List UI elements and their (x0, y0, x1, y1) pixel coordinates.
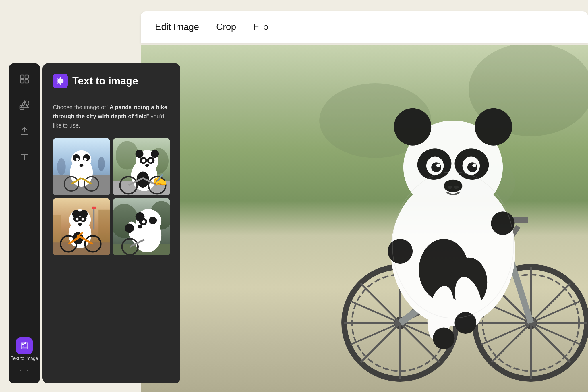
panel-description: Choose the image of "A panda riding a bi… (53, 103, 170, 130)
svg-point-51 (388, 239, 413, 264)
svg-point-57 (454, 312, 476, 334)
panel-icon (53, 74, 68, 88)
panel: Text to image Choose the image of "A pan… (42, 63, 180, 383)
svg-rect-60 (25, 75, 28, 78)
svg-point-55 (433, 327, 455, 349)
svg-point-46 (472, 164, 476, 167)
sidebar-item-text[interactable] (17, 149, 32, 164)
svg-point-117 (82, 218, 84, 221)
svg-point-37 (394, 108, 431, 146)
svg-point-71 (98, 157, 105, 171)
main-panda-illustration (310, 45, 588, 392)
main-image-panel (141, 45, 588, 392)
sidebar-item-upload[interactable] (17, 123, 32, 138)
svg-rect-61 (20, 80, 24, 83)
svg-point-98 (145, 164, 149, 167)
edit-toolbar: Edit Image Crop Flip (141, 11, 588, 43)
sidebar-bottom: Text to image ··· (11, 337, 38, 375)
sidebar-item-layout[interactable] (17, 72, 32, 86)
panel-header: Text to image (42, 63, 180, 94)
svg-point-96 (142, 159, 145, 163)
svg-rect-59 (20, 75, 24, 78)
grid-item-3[interactable] (53, 198, 110, 255)
svg-point-78 (76, 158, 79, 161)
panel-title: Text to image (72, 75, 138, 87)
sidebar: Text to image ··· (9, 63, 40, 383)
tab-crop[interactable]: Crop (216, 19, 236, 35)
tab-edit-image[interactable]: Edit Image (155, 19, 199, 35)
svg-point-93 (151, 150, 159, 158)
svg-point-97 (149, 159, 152, 163)
svg-point-70 (57, 158, 66, 175)
grid-item-4[interactable] (113, 198, 170, 255)
text-to-image-icon-box (16, 337, 33, 354)
svg-point-116 (76, 218, 79, 221)
svg-point-38 (475, 108, 512, 146)
svg-point-44 (467, 162, 477, 172)
svg-rect-62 (25, 80, 28, 83)
svg-rect-107 (92, 207, 96, 209)
svg-rect-106 (93, 207, 94, 230)
grid-item-2[interactable]: ✍ (113, 138, 170, 195)
svg-point-49 (454, 186, 459, 189)
svg-point-118 (78, 223, 82, 226)
panel-body: Choose the image of "A panda riding a bi… (42, 94, 180, 383)
sidebar-item-shapes[interactable] (17, 98, 32, 112)
sidebar-text-to-image[interactable]: Text to image (11, 337, 38, 361)
text-to-image-label: Text to image (11, 356, 38, 361)
svg-point-131 (149, 217, 157, 224)
svg-point-67 (22, 343, 24, 345)
svg-point-48 (448, 186, 452, 189)
svg-point-133 (142, 220, 145, 224)
svg-point-92 (136, 150, 144, 158)
svg-point-43 (431, 162, 441, 172)
sidebar-more[interactable]: ··· (20, 366, 29, 375)
svg-point-136 (125, 224, 134, 233)
svg-point-79 (84, 158, 87, 161)
image-grid: ✍ (53, 138, 170, 255)
grid-item-1[interactable] (53, 138, 110, 195)
tab-flip[interactable]: Flip (253, 19, 268, 35)
svg-point-80 (80, 164, 84, 167)
svg-point-47 (444, 180, 463, 192)
svg-point-45 (436, 164, 440, 167)
